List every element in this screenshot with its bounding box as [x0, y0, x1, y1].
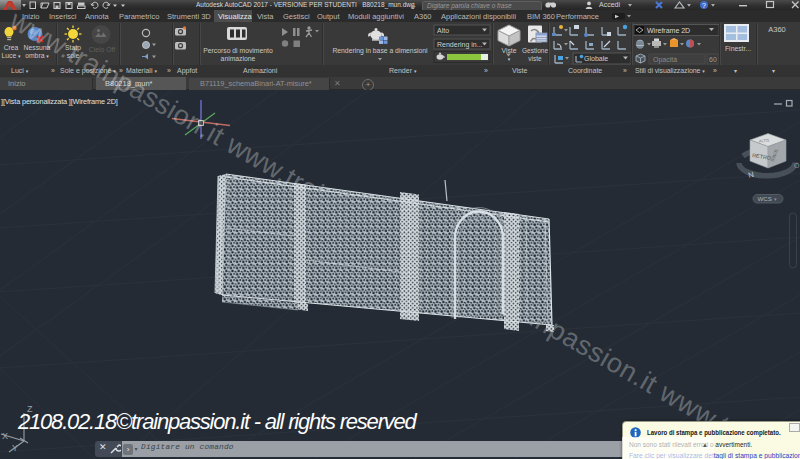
- svg-text:?: ?: [702, 2, 706, 9]
- svg-text:WCS: WCS: [758, 195, 772, 202]
- svg-text:X: X: [2, 431, 8, 441]
- svg-text:O: O: [794, 162, 800, 169]
- svg-text:ALTO: ALTO: [759, 138, 769, 144]
- svg-text:Y: Y: [12, 443, 18, 453]
- svg-text:][Vista personalizzata ][Wiref: ][Vista personalizzata ][Wireframe 2D]: [1, 97, 118, 106]
